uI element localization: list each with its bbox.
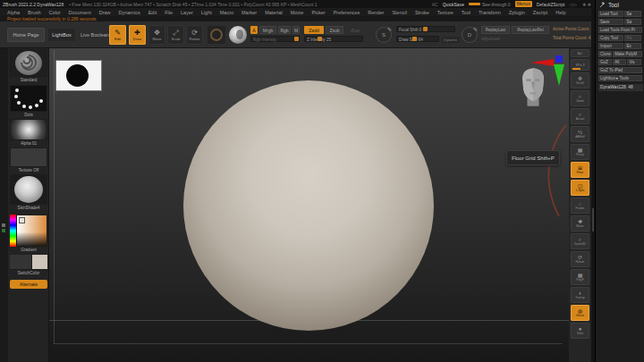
menu-item[interactable]: File	[165, 10, 173, 15]
m-button[interactable]: M	[292, 26, 300, 34]
see-through-slider[interactable]: See-through 0	[469, 2, 511, 7]
menu-item[interactable]: Light	[201, 10, 212, 15]
menu-item[interactable]: Preferences	[334, 10, 360, 15]
menu-item[interactable]: Zplugin	[509, 10, 525, 15]
shelf-button[interactable]: ✥ Scroll	[571, 72, 589, 88]
rgb-button[interactable]: Rgb	[278, 26, 291, 34]
menu-item[interactable]: Picker	[311, 10, 325, 15]
tool-palette-button[interactable]: Clone	[598, 51, 612, 57]
shelf-button[interactable]: ▦ PolyF	[571, 269, 589, 285]
tool-palette-button[interactable]: Pa	[624, 35, 641, 41]
tool-palette-button[interactable]: Load Tools From Pr	[598, 27, 642, 33]
shelf-button[interactable]: ⟳ Rotate	[571, 251, 589, 267]
sculpt-sphere-mesh[interactable]	[183, 80, 434, 331]
menu-item[interactable]: Layer	[181, 10, 193, 15]
shelf-button[interactable]: ½ AAHalf	[571, 126, 589, 142]
tool-palette-button[interactable]: Lightbox►Tools	[598, 75, 642, 81]
axis-z-square[interactable]	[555, 55, 563, 63]
tool-palette-header[interactable]: Tool	[596, 0, 644, 9]
menu-item[interactable]: Edit	[148, 10, 157, 15]
current-stroke-item[interactable]: Dots	[10, 85, 47, 118]
tool-palette-button[interactable]: Ex	[624, 43, 641, 49]
shelf-button[interactable]: ✚ Move	[571, 215, 589, 232]
replay-stroke-button[interactable]: D ✎	[462, 27, 478, 43]
menus-button[interactable]: Menus	[515, 1, 532, 7]
focal-shift-slider[interactable]: Focal Shift 0	[396, 26, 455, 32]
shelf-button[interactable]: ◗ Transp	[571, 287, 589, 303]
menu-item[interactable]: Marker	[242, 10, 257, 15]
dynamic-toggle[interactable]: Dynamic	[442, 37, 460, 43]
shelf-button[interactable]: ⌕ Zoom3D	[571, 233, 589, 249]
axis-y-arrow[interactable]	[554, 64, 564, 86]
color-picker-item[interactable]: Gradient	[10, 215, 47, 253]
z-intensity-slider[interactable]: Z Intensity 25	[304, 36, 363, 42]
tool-palette-button[interactable]: Sa	[624, 11, 641, 17]
rgb-intensity-handle[interactable]	[294, 37, 299, 41]
menu-item[interactable]: Stencil	[392, 10, 407, 15]
lightbox-button[interactable]: LightBox	[47, 28, 76, 42]
zadd-button[interactable]: Zadd	[304, 26, 324, 34]
menu-item[interactable]: Document	[69, 10, 91, 15]
current-texture-item[interactable]: Texture Off	[10, 147, 47, 173]
shelf-button[interactable]: ▦ Persp	[571, 144, 589, 160]
tool-palette-button[interactable]: Copy Tool	[598, 35, 623, 41]
menu-item[interactable]: Render	[368, 10, 384, 15]
menu-item[interactable]: Movie	[291, 10, 304, 15]
material-quick-icon[interactable]	[229, 26, 247, 44]
undo-redo-icons[interactable]: ◁▷	[569, 2, 578, 7]
tool-palette-button[interactable]: Import	[598, 43, 623, 49]
menu-item[interactable]: Dynamics	[119, 10, 140, 15]
home-page-button[interactable]: Home Page	[7, 28, 45, 42]
menu-item[interactable]: Zscript	[533, 10, 548, 15]
draw-button[interactable]: ✚ Draw	[129, 25, 146, 45]
edit-button[interactable]: ✎ Edit	[109, 25, 126, 45]
zcut-button[interactable]: Zcut	[347, 26, 363, 34]
rgb-intensity-slider[interactable]: Rgb Intensity	[250, 36, 300, 42]
menu-item[interactable]: Alpha	[7, 10, 20, 15]
tool-palette-button[interactable]: Save	[598, 19, 623, 25]
shelf-button[interactable]: SPix 3	[571, 59, 589, 71]
shelf-button[interactable]: ◫ L.Sym	[571, 180, 589, 196]
current-brush-item[interactable]: Standard	[10, 49, 47, 83]
zsub-button[interactable]: Zsub	[326, 26, 343, 34]
move-button[interactable]: ✥ Move	[148, 25, 165, 45]
shelf-button[interactable]: ⁙ Frame	[571, 198, 589, 214]
brush-preview-button[interactable]	[208, 26, 225, 44]
menu-item[interactable]: Color	[48, 10, 60, 15]
menu-item[interactable]: Draw	[99, 10, 111, 15]
current-material-item[interactable]: SkinShade4	[10, 174, 47, 211]
divider-grip[interactable]	[592, 208, 594, 232]
adjust-last-button[interactable]: AdjustLast	[481, 37, 500, 41]
tool-palette-button[interactable]: Sa	[624, 19, 641, 25]
scale-button[interactable]: ⤢ Scale	[167, 25, 184, 45]
tool-palette-button[interactable]: GoZ To iPad	[598, 67, 642, 73]
menu-item[interactable]: Help	[555, 10, 565, 15]
switch-color-item[interactable]: SwitchColor	[10, 255, 47, 276]
default-zscript-button[interactable]: DefaultZScript	[537, 2, 565, 7]
menu-item[interactable]: Macro	[220, 10, 233, 15]
draw-size-slider[interactable]: Draw Size 64	[396, 36, 439, 42]
menu-item[interactable]: Stroke	[415, 10, 429, 15]
viewport-canvas[interactable]: Floor Grid Shift+P	[49, 48, 569, 362]
menu-item[interactable]: Transform	[479, 10, 501, 15]
current-tool-header[interactable]: DynaWax128. 48	[598, 84, 643, 91]
current-alpha-item[interactable]: Alpha 01	[10, 119, 47, 147]
replay-last-button[interactable]: ReplayLast	[481, 26, 510, 34]
hue-bar[interactable]	[10, 215, 16, 247]
quicksave-button[interactable]: QuickSave	[443, 2, 464, 7]
tool-palette-button[interactable]: All	[613, 59, 626, 65]
mrgb-button[interactable]: Mrgb	[259, 26, 276, 34]
axis-x-arrow[interactable]	[530, 59, 554, 66]
draw-size-handle[interactable]	[412, 37, 417, 41]
menu-item[interactable]: Material	[265, 10, 283, 15]
secondary-color-swatch[interactable]	[32, 255, 47, 269]
shelf-button[interactable]: ● Solo	[571, 323, 589, 339]
shelf-button[interactable]: ⌕ Zoom	[571, 90, 589, 106]
stroke-type-button[interactable]: S ✎	[376, 27, 392, 43]
menu-item[interactable]: Brush	[28, 10, 40, 15]
shelf-button[interactable]: ⊞ Floor	[571, 162, 589, 178]
rotate-button[interactable]: ⟳ Rotate	[186, 25, 203, 45]
tool-palette-button[interactable]: Vis	[627, 59, 641, 65]
alternate-button[interactable]: Alternate	[10, 280, 47, 289]
main-color-swatch[interactable]	[10, 255, 31, 269]
